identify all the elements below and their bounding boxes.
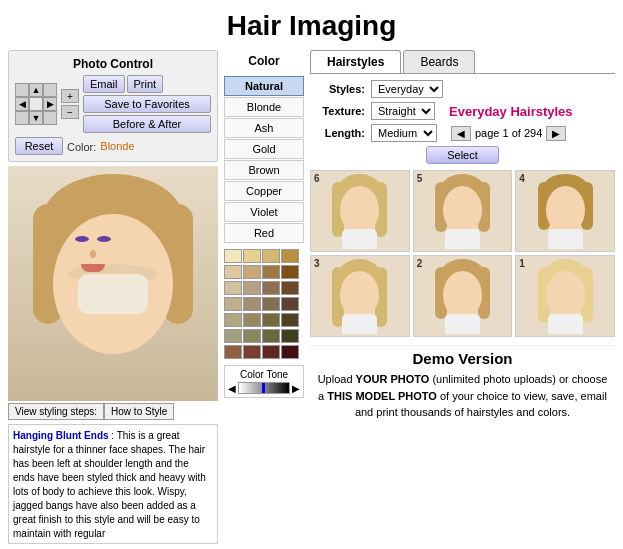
swatch[interactable] (281, 329, 299, 343)
save-favorites-button[interactable]: Save to Favorites (83, 95, 211, 113)
select-button[interactable]: Select (426, 146, 499, 164)
color-option-brown[interactable]: Brown (224, 160, 304, 180)
swatch[interactable] (224, 345, 242, 359)
texture-filter-row: Texture: Straight Wavy Curly Everyday Ha… (310, 102, 615, 120)
color-value: Blonde (100, 140, 134, 152)
color-tone-section: Color Tone ◀ ▶ (224, 365, 304, 398)
swatch[interactable] (224, 265, 242, 279)
right-panel: Hairstyles Beards Styles: Everyday Forma… (310, 50, 615, 544)
nav-up[interactable]: ▲ (29, 83, 43, 97)
swatch[interactable] (243, 345, 261, 359)
zoom-in-button[interactable]: + (61, 89, 79, 103)
length-label: Length: (310, 127, 365, 139)
swatch[interactable] (224, 329, 242, 343)
reset-button[interactable]: Reset (15, 137, 63, 155)
nav-down-left[interactable] (15, 111, 29, 125)
swatch[interactable] (262, 265, 280, 279)
mini-face-3 (332, 259, 387, 334)
swatch[interactable] (243, 249, 261, 263)
color-section-title: Color (224, 50, 304, 72)
hair-num-3: 3 (314, 258, 320, 269)
mini-face-oval (443, 186, 482, 234)
tone-indicator (262, 383, 265, 393)
mini-body (445, 229, 480, 249)
eye-right (97, 236, 111, 242)
swatch[interactable] (262, 345, 280, 359)
nav-down[interactable]: ▼ (29, 111, 43, 125)
zoom-out-button[interactable]: − (61, 105, 79, 119)
length-select[interactable]: Medium Short Long (371, 124, 437, 142)
hair-item-1[interactable]: 1 (515, 255, 615, 337)
swatch[interactable] (243, 281, 261, 295)
swatch[interactable] (224, 313, 242, 327)
texture-label: Texture: (310, 105, 365, 117)
nav-left[interactable]: ◀ (15, 97, 29, 111)
swatch-row-5 (224, 313, 304, 327)
hair-photo-2 (414, 256, 512, 336)
swatch[interactable] (281, 249, 299, 263)
swatch[interactable] (243, 265, 261, 279)
swatch[interactable] (281, 313, 299, 327)
main-photo (8, 166, 218, 401)
nav-up-right[interactable] (43, 83, 57, 97)
tab-beards[interactable]: Beards (403, 50, 475, 73)
mini-face-oval (546, 186, 585, 234)
swatch[interactable] (281, 297, 299, 311)
tab-hairstyles[interactable]: Hairstyles (310, 50, 401, 73)
swatch-row-7 (224, 345, 304, 359)
swatch[interactable] (262, 329, 280, 343)
tone-bar[interactable] (238, 382, 290, 394)
action-buttons: Email Print Save to Favorites Before & A… (83, 75, 211, 133)
swatch[interactable] (224, 297, 242, 311)
swatch[interactable] (262, 313, 280, 327)
hair-photo-1 (516, 256, 614, 336)
description-title: Hanging Blunt Ends (13, 430, 109, 441)
nav-right[interactable]: ▶ (43, 97, 57, 111)
swatch[interactable] (262, 281, 280, 295)
swatch-row-1 (224, 249, 304, 263)
hair-item-5[interactable]: 5 (413, 170, 513, 252)
texture-select[interactable]: Straight Wavy Curly (371, 102, 435, 120)
tab-bar: Hairstyles Beards (310, 50, 615, 74)
color-option-violet[interactable]: Violet (224, 202, 304, 222)
mini-face-oval (340, 186, 379, 234)
tone-right-arrow[interactable]: ▶ (292, 383, 300, 394)
mini-body (445, 314, 480, 334)
demo-text-1: Upload (318, 373, 356, 385)
color-option-ash[interactable]: Ash (224, 118, 304, 138)
next-page-button[interactable]: ▶ (546, 126, 566, 141)
swatch[interactable] (243, 313, 261, 327)
prev-page-button[interactable]: ◀ (451, 126, 471, 141)
hair-item-6[interactable]: 6 (310, 170, 410, 252)
print-button[interactable]: Print (127, 75, 164, 93)
hair-item-3[interactable]: 3 (310, 255, 410, 337)
color-option-gold[interactable]: Gold (224, 139, 304, 159)
swatch[interactable] (281, 345, 299, 359)
swatch[interactable] (243, 297, 261, 311)
hair-item-4[interactable]: 4 (515, 170, 615, 252)
swatch[interactable] (281, 265, 299, 279)
how-to-style-button[interactable]: How to Style (104, 403, 174, 420)
middle-panel: Color Natural Blonde Ash Gold Brown Copp… (224, 50, 304, 544)
swatch[interactable] (281, 281, 299, 295)
swatch[interactable] (224, 281, 242, 295)
color-option-natural[interactable]: Natural (224, 76, 304, 96)
before-after-button[interactable]: Before & After (83, 115, 211, 133)
swatch[interactable] (262, 297, 280, 311)
email-button[interactable]: Email (83, 75, 125, 93)
color-option-copper[interactable]: Copper (224, 181, 304, 201)
styles-select[interactable]: Everyday Formal Casual (371, 80, 443, 98)
swatch[interactable] (224, 249, 242, 263)
hair-item-2[interactable]: 2 (413, 255, 513, 337)
view-styling-button[interactable]: View styling steps: (8, 403, 104, 420)
tone-left-arrow[interactable]: ◀ (228, 383, 236, 394)
this-model-label: THIS MODEL PHOTO (327, 390, 437, 402)
nav-down-right[interactable] (43, 111, 57, 125)
nav-up-left[interactable] (15, 83, 29, 97)
color-option-blonde[interactable]: Blonde (224, 97, 304, 117)
swatch[interactable] (262, 249, 280, 263)
color-option-red[interactable]: Red (224, 223, 304, 243)
mini-body (342, 229, 377, 249)
your-photo-label: YOUR PHOTO (356, 373, 430, 385)
swatch[interactable] (243, 329, 261, 343)
